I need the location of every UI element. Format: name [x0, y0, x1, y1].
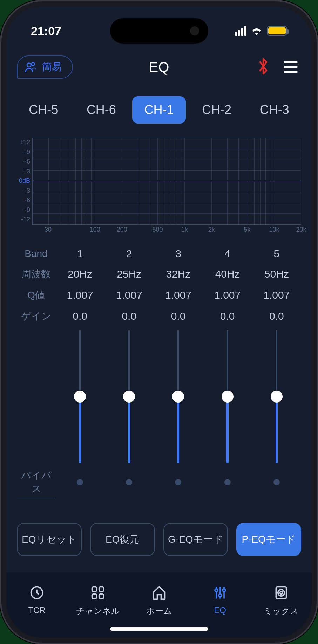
slider-thumb[interactable]	[123, 391, 135, 403]
app-header: 簡易 EQ	[6, 45, 312, 89]
phone-frame: 21:07 簡易 EQ	[0, 0, 318, 644]
bypass-toggle[interactable]	[77, 479, 83, 485]
band-row-label: Band	[17, 248, 55, 259]
freq-value[interactable]: 20Hz	[55, 268, 104, 280]
x-axis-labels: 301002005001k2k5k10k20k	[32, 226, 301, 236]
nav-label: TCR	[28, 605, 45, 615]
bypass-row: バイパス	[6, 463, 312, 498]
nav-label: ミックス	[264, 605, 299, 617]
channel-tabs: CH-5 CH-6 CH-1 CH-2 CH-3	[6, 89, 312, 131]
gain-slider[interactable]	[270, 330, 284, 463]
bypass-toggle[interactable]	[224, 479, 231, 485]
channel-tab[interactable]: CH-3	[248, 96, 301, 124]
grid-icon	[90, 584, 106, 601]
channel-tab[interactable]: CH-5	[17, 96, 70, 124]
page-title: EQ	[149, 59, 169, 75]
q-value[interactable]: 1.007	[55, 289, 104, 301]
bypass-label: バイパス	[17, 469, 55, 496]
gain-value[interactable]: 0.0	[252, 310, 301, 322]
screen: 21:07 簡易 EQ	[6, 6, 312, 638]
gain-value[interactable]: 0.0	[154, 310, 203, 322]
slider-thumb[interactable]	[271, 391, 283, 403]
menu-icon[interactable]	[284, 61, 298, 73]
q-value[interactable]: 1.007	[154, 289, 203, 301]
geq-mode-button[interactable]: G-EQモード	[163, 523, 228, 556]
gain-value[interactable]: 0.0	[55, 310, 104, 322]
cellular-icon	[235, 26, 246, 36]
eq-graph-canvas[interactable]	[32, 138, 301, 225]
q-value[interactable]: 1.007	[252, 289, 301, 301]
band-number[interactable]: 1	[55, 248, 104, 260]
gain-slider[interactable]	[171, 330, 185, 463]
back-label: 簡易	[42, 60, 62, 74]
clock-icon	[29, 584, 45, 601]
freq-value[interactable]: 40Hz	[203, 268, 252, 280]
nav-home[interactable]: ホーム	[128, 584, 189, 617]
channel-tab[interactable]: CH-1	[132, 96, 186, 124]
dynamic-island	[110, 18, 208, 44]
band-table: Band 1 2 3 4 5 周波数 20Hz 25Hz 32Hz 40Hz 5…	[6, 239, 312, 326]
gain-row-label: ゲイン	[17, 310, 55, 323]
q-row-label: Q値	[17, 288, 55, 302]
nav-label: ホーム	[146, 605, 172, 617]
bypass-toggle[interactable]	[273, 479, 280, 485]
svg-point-0	[27, 63, 31, 67]
nav-channel[interactable]: チャンネル	[67, 584, 128, 617]
svg-point-9	[223, 589, 225, 592]
svg-point-8	[219, 594, 222, 597]
gain-slider[interactable]	[122, 330, 136, 463]
speaker-icon	[273, 584, 289, 601]
gain-slider[interactable]	[73, 330, 87, 463]
bluetooth-icon[interactable]	[257, 58, 270, 76]
band-number[interactable]: 5	[252, 248, 301, 260]
svg-point-11	[278, 590, 284, 596]
bypass-toggle[interactable]	[175, 479, 181, 485]
nav-mix[interactable]: ミックス	[251, 584, 312, 617]
home-indicator[interactable]	[110, 627, 208, 631]
status-time: 21:07	[31, 24, 61, 38]
wifi-icon	[251, 26, 263, 35]
slider-thumb[interactable]	[74, 391, 86, 403]
freq-value[interactable]: 25Hz	[104, 268, 154, 280]
svg-rect-4	[99, 587, 104, 592]
eq-reset-button[interactable]: EQリセット	[17, 523, 82, 556]
svg-point-7	[215, 589, 218, 592]
eq-graph: +12 +9 +6 +3 0dB -3 -6 -9 -12 3010020050…	[6, 131, 312, 239]
y-axis-labels: +12 +9 +6 +3 0dB -3 -6 -9 -12	[13, 138, 32, 225]
band-number[interactable]: 2	[104, 248, 154, 260]
status-right	[235, 26, 287, 36]
bypass-toggle[interactable]	[126, 479, 132, 485]
svg-point-1	[32, 62, 35, 66]
gain-value[interactable]: 0.0	[104, 310, 154, 322]
slider-thumb[interactable]	[222, 391, 234, 403]
nav-tcr[interactable]: TCR	[6, 584, 67, 617]
slider-thumb[interactable]	[172, 391, 184, 403]
svg-rect-6	[99, 594, 104, 599]
freq-row-label: 周波数	[17, 267, 55, 281]
gain-sliders	[6, 326, 312, 463]
sliders-icon	[212, 584, 228, 601]
channel-tab[interactable]: CH-6	[75, 96, 128, 124]
eq-restore-button[interactable]: EQ復元	[90, 523, 155, 556]
q-value[interactable]: 1.007	[104, 289, 154, 301]
freq-value[interactable]: 50Hz	[252, 268, 301, 280]
svg-rect-5	[92, 594, 97, 599]
battery-icon	[267, 26, 287, 36]
mode-buttons: EQリセット EQ復元 G-EQモード P-EQモード	[6, 498, 312, 566]
gain-value[interactable]: 0.0	[203, 310, 252, 322]
svg-rect-3	[92, 587, 97, 592]
nav-label: EQ	[214, 605, 226, 615]
band-number[interactable]: 4	[203, 248, 252, 260]
home-icon	[151, 584, 167, 601]
channel-tab[interactable]: CH-2	[190, 96, 244, 124]
band-number[interactable]: 3	[154, 248, 203, 260]
freq-value[interactable]: 32Hz	[154, 268, 203, 280]
back-button[interactable]: 簡易	[17, 55, 73, 79]
svg-point-12	[280, 591, 282, 594]
q-value[interactable]: 1.007	[203, 289, 252, 301]
nav-eq[interactable]: EQ	[190, 584, 251, 617]
peq-mode-button[interactable]: P-EQモード	[236, 523, 301, 556]
nav-label: チャンネル	[76, 605, 120, 617]
gain-slider[interactable]	[221, 330, 235, 463]
